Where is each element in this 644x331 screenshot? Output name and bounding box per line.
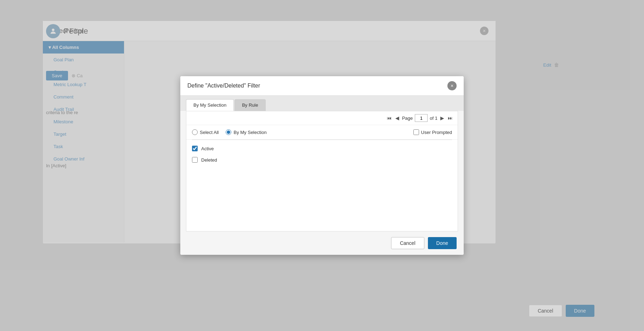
page-label: Page — [402, 116, 413, 121]
item-row-active: Active — [192, 143, 452, 154]
select-all-radio[interactable] — [192, 129, 198, 135]
modal-footer: Cancel Done — [180, 231, 464, 255]
page-next-button[interactable]: ▶ — [440, 115, 445, 121]
user-prompted-option[interactable]: User Prompted — [413, 129, 452, 135]
modal-body: ⏮ ◀ Page of 1 ▶ ⏭ Select All By My Selec… — [186, 111, 458, 231]
modal-done-button[interactable]: Done — [428, 237, 457, 249]
tab-by-rule[interactable]: By Rule — [235, 99, 266, 111]
item-checkbox-active[interactable] — [192, 146, 198, 151]
page-last-button[interactable]: ⏭ — [447, 115, 453, 121]
of-label: of 1 — [430, 116, 437, 121]
page-first-button[interactable]: ⏮ — [386, 115, 392, 121]
modal-tabs: By My Selection By Rule — [180, 96, 464, 111]
page-number-input[interactable] — [415, 114, 428, 122]
item-label-active: Active — [201, 146, 214, 151]
pagination-bar: ⏮ ◀ Page of 1 ▶ ⏭ — [186, 111, 458, 125]
select-all-option[interactable]: Select All — [192, 129, 219, 135]
select-all-label: Select All — [200, 130, 219, 135]
item-checkbox-deleted[interactable] — [192, 157, 198, 163]
item-row-deleted: Deleted — [192, 154, 452, 166]
page-prev-button[interactable]: ◀ — [395, 115, 400, 121]
by-my-selection-radio[interactable] — [226, 129, 231, 135]
tab-by-my-selection[interactable]: By My Selection — [186, 99, 234, 111]
by-my-selection-option[interactable]: By My Selection — [226, 129, 266, 135]
modal-close-button[interactable]: × — [447, 81, 457, 90]
modal-dialog: Define "Active/Deleted" Filter × By My S… — [180, 76, 464, 255]
filter-options-row: Select All By My Selection User Prompted — [186, 125, 458, 140]
by-my-selection-label: By My Selection — [233, 130, 266, 135]
modal-cancel-button[interactable]: Cancel — [391, 237, 424, 249]
modal-title: Define "Active/Deleted" Filter — [187, 83, 260, 89]
items-list: Active Deleted — [186, 140, 458, 168]
user-prompted-label: User Prompted — [421, 130, 452, 135]
item-label-deleted: Deleted — [201, 157, 217, 163]
modal-header: Define "Active/Deleted" Filter × — [180, 76, 464, 96]
user-prompted-checkbox[interactable] — [413, 129, 419, 135]
